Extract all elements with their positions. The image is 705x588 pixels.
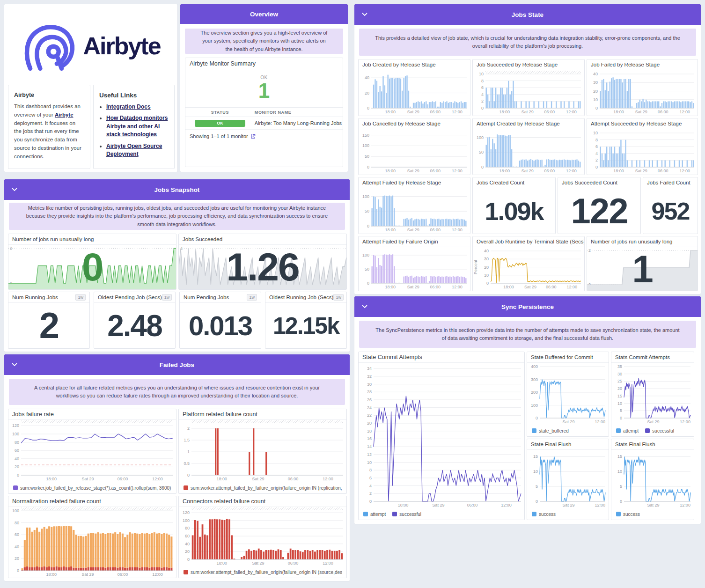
chevron-down-icon[interactable] (362, 305, 367, 309)
job-succeeded-plot[interactable]: 024681018:00Sat 2906:0012:00 (473, 70, 584, 115)
job-cancelled-plot[interactable]: 05010015018:00Sat 2906:0012:00 (359, 129, 470, 174)
chart-title: Number of jobs run unusually long (8, 234, 176, 245)
svg-text:60: 60 (185, 534, 190, 538)
attempt-failed-release-plot[interactable]: 05010018:00Sat 2906:0012:00 (359, 188, 470, 233)
svg-text:18:00: 18:00 (46, 572, 57, 577)
chart-job-created: Job Created by Release Stage 0204018:00S… (358, 59, 470, 116)
job-runtime-plot[interactable]: 010203040Percent18:00Sat 2906:0012:00 (473, 247, 584, 290)
svg-text:120: 120 (183, 510, 190, 515)
svg-text:Sat 29: Sat 29 (563, 503, 575, 507)
legend-swatch (392, 512, 397, 516)
normalization-failure-plot[interactable]: 02040608010018:00Sat 2906:0012:00 (8, 507, 176, 578)
jobs-snapshot-header[interactable]: Jobs Snapshot (4, 179, 350, 200)
svg-text:100: 100 (362, 253, 369, 257)
job-created-plot[interactable]: 0204018:00Sat 2906:0012:00 (359, 70, 470, 115)
svg-text:0: 0 (595, 165, 598, 169)
unusual-jobs-left-plot[interactable]: 02 0 (8, 245, 176, 289)
jobs-failure-rate-plot[interactable]: 02040608010012018:00Sat 2906:0012:00 (8, 420, 176, 482)
legend-item[interactable]: success (616, 512, 640, 517)
legend-item[interactable]: attempt (616, 428, 639, 434)
svg-text:12: 12 (367, 452, 372, 457)
legend-item[interactable]: sum:worker.job_failed_by_release_stage(*… (13, 485, 171, 491)
chevron-down-icon[interactable] (362, 13, 367, 16)
attempt-created-plot[interactable]: 05010018:00Sat 2906:0012:00 (473, 129, 584, 174)
svg-text:12:00: 12:00 (595, 419, 606, 424)
svg-text:28: 28 (367, 390, 372, 394)
airbyte-link[interactable]: Airbyte (55, 112, 73, 118)
chart-jobs-succeeded-snapshot: Jobs Succeeded 04 1.26 (178, 234, 347, 290)
legend-item[interactable]: successful (645, 428, 674, 434)
svg-text:06:00: 06:00 (118, 477, 128, 481)
chart-unusual-jobs-left: Number of jobs run unusually long 02 0 (8, 234, 176, 290)
connectors-failure-plot[interactable]: 02040608010012018:00Sat 2906:0012:00 (179, 507, 346, 566)
svg-text:80: 80 (185, 526, 190, 530)
airbyte-octopus-icon (21, 15, 76, 77)
chevron-down-icon[interactable] (12, 363, 17, 367)
open-source-deployment-link[interactable]: Airbyte Open Source Deployment (106, 143, 162, 157)
svg-text:40: 40 (593, 72, 598, 76)
stats-final-flush-plot[interactable]: 051015Sat 2912:00 (611, 450, 694, 508)
ok-status-pill[interactable]: OK (195, 120, 245, 127)
svg-text:0: 0 (620, 416, 622, 420)
svg-text:18:00: 18:00 (385, 110, 396, 114)
svg-text:20: 20 (15, 464, 19, 469)
datadog-monitors-link[interactable]: How Datadog monitors Airbyte and other A… (106, 115, 168, 138)
svg-text:18:00: 18:00 (613, 169, 624, 173)
svg-text:18:00: 18:00 (217, 477, 228, 481)
status-column-header: STATUS (185, 110, 255, 115)
chart-title: Job Cancelled by Release Stage (359, 118, 470, 129)
svg-text:10: 10 (479, 72, 484, 76)
name-column-header: MONITOR NAME (255, 110, 292, 115)
brand-wordmark: Airbyte (83, 32, 160, 60)
legend-label: sum:worker.attempt_failed_by_failure_ori… (191, 485, 342, 491)
legend-item[interactable]: state_buffered (532, 428, 569, 434)
state-buffered-plot[interactable]: 0100200300400Sat 2912:00 (527, 363, 609, 425)
unusual-jobs-right-plot[interactable]: 02 1 (587, 247, 698, 291)
chart-legend: sum:worker.attempt_failed_by_failure_ori… (179, 566, 346, 578)
legend-item[interactable]: successful (392, 512, 421, 517)
overview-header[interactable]: Overview (180, 4, 348, 24)
svg-text:0: 0 (620, 499, 622, 504)
jobs-state-header[interactable]: Jobs State (354, 4, 701, 25)
svg-text:100: 100 (12, 508, 19, 513)
job-failed-plot[interactable]: 01020304018:00Sat 2906:0012:00 (587, 70, 698, 115)
svg-text:06:00: 06:00 (430, 110, 441, 114)
legend-item[interactable]: sum:worker.attempt_failed_by_failure_ori… (184, 570, 342, 575)
svg-text:20: 20 (593, 89, 598, 94)
jobs-succeeded-snapshot-plot[interactable]: 04 1.26 (179, 245, 346, 289)
stats-commit-attempts-plot[interactable]: 05101520253035Sat 2912:00 (611, 363, 694, 425)
svg-text:20: 20 (484, 265, 489, 270)
attempt-failed-origin-plot[interactable]: 05010018:00Sat 2906:0012:00 (359, 247, 470, 290)
chart-title: Connectors related failure count (179, 496, 346, 507)
legend-item[interactable]: attempt (363, 512, 386, 517)
platform-failure-plot[interactable]: 00.511.5218:00Sat 2906:0012:00 (179, 420, 346, 482)
legend-item[interactable]: success (532, 512, 556, 517)
svg-text:5: 5 (536, 484, 538, 489)
svg-text:80: 80 (15, 440, 19, 445)
chart-state-commit-attempts: State Commit Attempts 024681012141618202… (358, 352, 525, 520)
svg-text:20: 20 (367, 421, 372, 426)
chevron-down-icon[interactable] (12, 188, 17, 191)
failed-jobs-header[interactable]: Failed Jobs (4, 354, 350, 375)
legend-item[interactable]: sum:worker.attempt_failed_by_failure_ori… (184, 485, 342, 491)
jobs-created-count-value: 1.09k (473, 188, 555, 234)
attempt-succeeded-plot[interactable]: 024681018:00Sat 2906:0012:00 (587, 129, 698, 174)
svg-text:24: 24 (367, 405, 372, 410)
state-final-flush-plot[interactable]: 051015Sat 2912:00 (527, 450, 609, 508)
sync-persistence-section: Sync Persistence The SyncPersistence met… (354, 296, 701, 524)
svg-text:Sat 29: Sat 29 (82, 477, 94, 481)
svg-text:4: 4 (481, 92, 484, 97)
chart-job-cancelled: Job Cancelled by Release Stage 050100150… (358, 118, 470, 175)
monitor-name[interactable]: Airbyte: Too Many Long-Running Jobs (255, 120, 342, 126)
integration-docs-link[interactable]: Integration Docs (106, 103, 151, 110)
num-running-jobs-card: Num Running Jobs1w 2 (8, 292, 90, 349)
state-commit-attempts-plot[interactable]: 024681012141618202224262830323418:00Sat … (359, 363, 524, 508)
legend-label: sum:worker.attempt_failed_by_failure_ori… (191, 570, 342, 575)
sync-persistence-header[interactable]: Sync Persistence (354, 296, 701, 317)
external-link-icon[interactable] (250, 134, 256, 139)
svg-text:40: 40 (15, 456, 19, 461)
svg-text:Sat 29: Sat 29 (407, 228, 419, 232)
svg-text:6: 6 (595, 144, 598, 149)
monitor-row[interactable]: OK Airbyte: Too Many Long-Running Jobs (185, 117, 343, 130)
chart-legend: attemptsuccessful (359, 508, 524, 520)
